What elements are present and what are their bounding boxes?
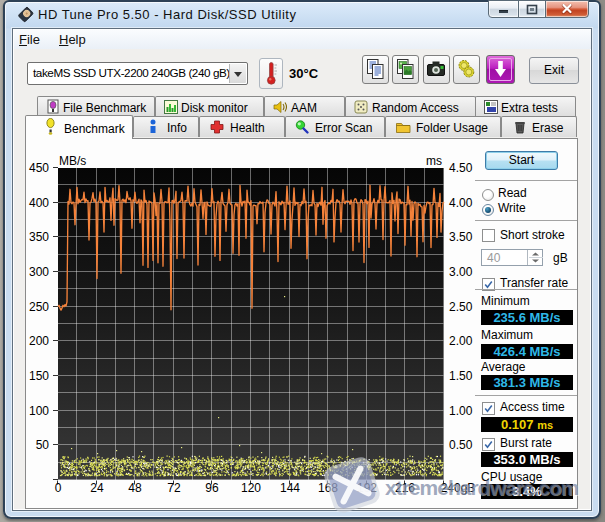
svg-text:3.00: 3.00	[449, 265, 473, 279]
svg-text:0.50: 0.50	[449, 438, 473, 452]
svg-text:3.50: 3.50	[449, 230, 473, 244]
svg-text:96: 96	[205, 481, 219, 495]
svg-text:2.00: 2.00	[449, 334, 473, 348]
svg-text:ms: ms	[426, 154, 442, 168]
svg-text:300: 300	[29, 265, 49, 279]
svg-text:48: 48	[128, 481, 142, 495]
svg-text:144: 144	[280, 481, 300, 495]
svg-text:200: 200	[29, 334, 49, 348]
svg-text:2.50: 2.50	[449, 300, 473, 314]
svg-text:120: 120	[241, 481, 261, 495]
svg-text:150: 150	[29, 369, 49, 383]
svg-text:1.50: 1.50	[449, 369, 473, 383]
svg-text:4.50: 4.50	[449, 161, 473, 175]
svg-text:250: 250	[29, 300, 49, 314]
svg-text:1.00: 1.00	[449, 404, 473, 418]
svg-text:24: 24	[90, 481, 104, 495]
svg-text:400: 400	[29, 196, 49, 210]
svg-text:350: 350	[29, 230, 49, 244]
svg-text:0: 0	[55, 481, 62, 495]
svg-text:72: 72	[167, 481, 181, 495]
svg-text:100: 100	[29, 404, 49, 418]
svg-text:4.00: 4.00	[449, 196, 473, 210]
svg-text:450: 450	[29, 161, 49, 175]
svg-text:MB/s: MB/s	[59, 154, 86, 168]
svg-text:50: 50	[36, 438, 50, 452]
